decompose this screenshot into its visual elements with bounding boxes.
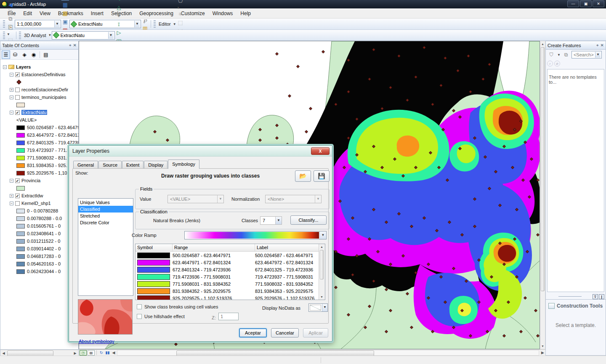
menu-item-view[interactable]: View (36, 9, 54, 18)
visibility-checkbox[interactable] (15, 201, 20, 206)
clear-search-icon[interactable]: ⌀ (554, 61, 560, 66)
refresh-view-icon[interactable]: ↻ (100, 351, 103, 355)
show-option-classified[interactable]: Classified (78, 206, 133, 213)
toc-row[interactable]: −terminos_municipales (0, 93, 78, 101)
legend-swatch[interactable] (16, 125, 25, 130)
expander-icon[interactable]: − (10, 96, 13, 99)
class-row[interactable]: 831.9384352 - 925.2029575831.9384353 - 9… (136, 287, 325, 295)
toc-row[interactable]: 0.023408641 - 0 (0, 230, 78, 237)
tab-symbology[interactable]: Symbology (168, 159, 199, 169)
chevron-down-icon[interactable]: ▼ (54, 21, 60, 27)
scroll-right-arrow[interactable]: ▶ (541, 351, 544, 355)
class-label[interactable]: 771.5908032 - 831.9384352 (255, 282, 325, 287)
data-view-button[interactable]: ◳ (80, 350, 87, 356)
collapse-icon[interactable]: ⊽ (593, 294, 598, 299)
close-icon[interactable]: ✕ (73, 43, 77, 48)
show-option-unique-values[interactable]: Unique Values (78, 199, 133, 206)
minimize-button[interactable]: — (567, 0, 579, 7)
visibility-checkbox[interactable]: ✔ (15, 194, 20, 198)
expander-icon[interactable]: − (10, 202, 13, 205)
toolbar-grip[interactable] (3, 32, 5, 39)
class-row[interactable]: 500.0264587 - 623.4647971500.0264587 - 6… (136, 252, 325, 259)
menu-item-edit[interactable]: Edit (20, 9, 35, 18)
menu-item-windows[interactable]: Windows (209, 9, 237, 18)
legend-swatch[interactable] (16, 133, 25, 138)
toc-row[interactable]: 672.8401325 - 719.4723936 (0, 139, 78, 146)
class-symbol-swatch[interactable] (137, 274, 170, 280)
tab-extent[interactable]: Extent (122, 161, 144, 169)
class-table[interactable]: Symbol Range Label 500.0264587 - 623.464… (135, 244, 325, 300)
toolbar-grip[interactable] (19, 32, 21, 39)
chevron-down-icon[interactable]: ▼ (108, 32, 114, 39)
chevron-down-icon[interactable]: ▼ (319, 231, 326, 239)
value-combo[interactable]: <VALUE> ▼ (167, 195, 224, 203)
toc-row[interactable]: 0.00780288 - 0.0 (0, 215, 78, 222)
dialog-title-bar[interactable]: Layer Properties (69, 146, 332, 157)
toc-row[interactable]: 831.9384353 - 925.2029575 (0, 162, 78, 169)
scroll-down-arrow[interactable]: ▼ (540, 343, 545, 349)
scale-combo[interactable]: 1:1,000,000 ▼ (15, 20, 61, 28)
point-symbol[interactable] (16, 80, 21, 84)
toc-row[interactable]: −KernelD_shp1 (0, 199, 78, 207)
visibility-checkbox[interactable] (15, 88, 20, 92)
pin-icon[interactable]: ⌖ (596, 43, 599, 48)
menu-item-help[interactable]: Help (237, 9, 254, 18)
toolbar-grip[interactable] (3, 20, 5, 28)
toc-row[interactable]: 0 - 0.00780288 (0, 207, 78, 215)
contour-icon[interactable]: ⟟ (115, 20, 123, 29)
show-listbox[interactable]: Unique ValuesClassifiedStretchedDiscrete… (78, 198, 133, 296)
toc-row[interactable]: 925.2029576 - 1,102.519376 (0, 169, 78, 177)
legend-swatch[interactable] (16, 103, 25, 107)
list-by-source-icon[interactable]: ⛁ (11, 50, 19, 59)
toc-row[interactable]: 0.031211522 - 0 (0, 237, 78, 245)
table-scrollbar[interactable]: ▲ ▼ (319, 244, 325, 300)
show-option-discrete-color[interactable]: Discrete Color (78, 219, 133, 226)
toc-row[interactable]: 0.046817283 - 0 (0, 252, 78, 260)
classify-button[interactable]: Classify... (290, 215, 327, 225)
toc-symbol-row[interactable] (0, 78, 78, 86)
class-label[interactable]: 623.4647972 - 672.8401324 (255, 260, 325, 265)
options-icon[interactable]: ▤ (42, 50, 50, 59)
legend-swatch[interactable] (16, 224, 25, 228)
class-label[interactable]: 719.4723937 - 771.5908031 (255, 274, 325, 279)
toc-row[interactable]: +✔ExtractIdw (0, 192, 78, 199)
class-label[interactable]: 831.9384353 - 925.2029575 (255, 289, 325, 294)
z-input[interactable]: 1 (218, 313, 239, 320)
scroll-up-arrow[interactable]: ▲ (319, 244, 324, 250)
legend-swatch[interactable] (16, 163, 25, 168)
expander-icon[interactable]: − (10, 111, 13, 114)
chevron-down-icon[interactable]: ▼ (557, 53, 561, 57)
tab-display[interactable]: Display (144, 161, 167, 169)
chevron-down-icon[interactable]: ▼ (134, 21, 140, 27)
class-symbol-swatch[interactable] (137, 260, 170, 266)
show-option-stretched[interactable]: Stretched (78, 213, 133, 219)
range-column-header[interactable]: Range (173, 244, 255, 251)
pause-drawing-icon[interactable]: ▮▮ (106, 351, 110, 355)
class-symbol-swatch[interactable] (137, 267, 170, 273)
chevron-down-icon[interactable]: ▼ (595, 52, 601, 58)
restore-button[interactable]: ▣ (580, 0, 592, 7)
color-ramp-combo[interactable]: ▼ (184, 231, 327, 239)
use-hillshade-checkbox[interactable] (137, 314, 142, 319)
legend-swatch[interactable] (16, 141, 25, 145)
dialog-close-button[interactable]: X (311, 147, 330, 155)
show-class-breaks-checkbox[interactable] (137, 304, 142, 309)
menu-item-insert[interactable]: Insert (88, 9, 107, 18)
toc-horizontal-scrollbar[interactable]: ◀ ▶ (0, 350, 78, 356)
apply-button[interactable]: Aplicar (303, 328, 328, 337)
legend-swatch[interactable] (16, 171, 25, 175)
map-horizontal-scrollbar[interactable] (117, 350, 539, 356)
toc-row[interactable]: 771.5908032 - 831.9384352 (0, 154, 78, 162)
menu-item-bookmarks[interactable]: Bookmarks (55, 9, 87, 18)
map-vertical-scrollbar[interactable]: ▲ ▼ (540, 41, 545, 349)
template-search-combo[interactable]: <Search> ▼ (571, 51, 602, 58)
about-symbology-link[interactable]: About symbology (79, 339, 114, 344)
back-extent-icon[interactable]: ◀ (6, 1, 15, 9)
layer-combo-2[interactable]: ExtractNatu ▼ (52, 31, 115, 40)
toc-row[interactable]: <VALUE> (0, 116, 78, 124)
template-filter-icon[interactable]: ⛉ (547, 50, 556, 59)
legend-swatch[interactable] (16, 209, 25, 213)
toc-row[interactable]: −Layers (0, 63, 78, 71)
expander-icon[interactable]: + (10, 88, 13, 92)
class-row[interactable]: 925.2029575 - 1,102.519376925.2029576 - … (136, 295, 325, 300)
